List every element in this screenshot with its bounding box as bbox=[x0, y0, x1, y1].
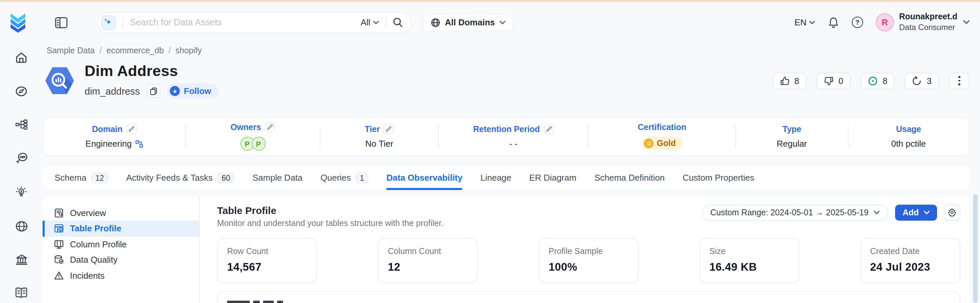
meta-certification: Certification Gold bbox=[589, 118, 735, 155]
edit-retention-button[interactable] bbox=[544, 124, 554, 134]
user-name: Rounakpreet.d bbox=[899, 12, 957, 22]
chevron-down-icon bbox=[500, 20, 506, 24]
breadcrumb-item[interactable]: shopify bbox=[175, 46, 202, 55]
data-quality-icon bbox=[54, 255, 64, 265]
table-profile-main: Table Profile Monitor and understand you… bbox=[200, 196, 969, 303]
metadata-panel: Domain Engineering Owners P P bbox=[43, 117, 969, 156]
app-logo[interactable] bbox=[10, 12, 27, 32]
section-title: Table Profile bbox=[217, 204, 444, 216]
meta-domain-value[interactable]: Engineering bbox=[86, 139, 143, 149]
meta-domain: Domain Engineering bbox=[43, 118, 185, 155]
owner-avatars: P P bbox=[240, 137, 266, 151]
sidebar-toggle-icon[interactable] bbox=[55, 16, 68, 29]
overview-icon bbox=[54, 208, 64, 218]
lineage-flow-icon[interactable] bbox=[15, 119, 28, 130]
sidebar-item-column-profile[interactable]: Column Profile bbox=[43, 236, 199, 252]
tab-queries[interactable]: Queries 1 bbox=[321, 166, 369, 190]
sidebar-item-incidents[interactable]: Incidents bbox=[43, 268, 199, 283]
bigquery-table-icon bbox=[44, 66, 75, 95]
tab-schema-definition[interactable]: Schema Definition bbox=[594, 166, 665, 190]
star-icon: ★ bbox=[170, 86, 180, 96]
tab-data-observability[interactable]: Data Observability bbox=[386, 166, 462, 190]
chevron-down-icon bbox=[923, 211, 929, 214]
tab-schema[interactable]: Schema 12 bbox=[55, 166, 108, 190]
upvote-button[interactable]: 8 bbox=[773, 72, 807, 89]
medal-icon bbox=[644, 139, 654, 148]
globe-icon bbox=[431, 18, 440, 27]
chevron-down-icon bbox=[373, 20, 379, 24]
insights-bulb-icon[interactable] bbox=[15, 186, 28, 198]
meta-usage: Usage 0th pctile bbox=[848, 118, 969, 155]
downvote-button[interactable]: 0 bbox=[816, 72, 851, 89]
domains-dropdown[interactable]: All Domains bbox=[423, 14, 514, 31]
card-size: Size 16.49 KB bbox=[699, 238, 799, 283]
header-right-group: EN ? R Rounakpreet.d Data Consumer bbox=[794, 12, 969, 32]
add-button[interactable]: Add bbox=[895, 204, 937, 220]
versions-button[interactable]: 3 bbox=[905, 72, 939, 89]
tab-activity-feeds[interactable]: Activity Feeds & Tasks 60 bbox=[126, 166, 234, 190]
card-created-date: Created Date 24 Jul 2023 bbox=[860, 238, 960, 283]
tab-er-diagram[interactable]: ER Diagram bbox=[529, 166, 576, 190]
clipped-heading bbox=[227, 300, 950, 303]
breadcrumb-item[interactable]: ecommerce_db bbox=[107, 46, 164, 55]
tab-custom-properties[interactable]: Custom Properties bbox=[682, 166, 754, 190]
app-nav-rail bbox=[0, 43, 43, 298]
date-range-dropdown[interactable]: Custom Range: 2024-05-01 → 2025-05-19 bbox=[702, 204, 888, 220]
chevron-down-icon bbox=[809, 20, 815, 24]
open-tasks-button[interactable]: 8 bbox=[861, 72, 894, 89]
glossary-book-icon[interactable] bbox=[15, 287, 28, 298]
profiler-sidebar: Overview Table Profile bbox=[43, 196, 200, 303]
edit-owners-button[interactable] bbox=[265, 122, 275, 132]
search-input[interactable]: Search for Data Assets bbox=[130, 18, 361, 27]
edit-tier-button[interactable] bbox=[384, 124, 394, 134]
sidebar-item-table-profile[interactable]: Table Profile bbox=[43, 221, 199, 236]
user-avatar[interactable]: R bbox=[876, 13, 894, 31]
copy-name-button[interactable] bbox=[146, 84, 161, 98]
task-open-icon bbox=[868, 76, 878, 86]
tab-sample-data[interactable]: Sample Data bbox=[252, 166, 302, 190]
version-history-icon bbox=[912, 76, 922, 86]
user-menu[interactable]: R Rounakpreet.d Data Consumer bbox=[876, 12, 969, 32]
card-column-count: Column Count 12 bbox=[378, 238, 478, 283]
settings-gear-button[interactable] bbox=[943, 204, 960, 220]
help-icon[interactable]: ? bbox=[852, 17, 863, 28]
page-title: Dim Address bbox=[84, 63, 218, 80]
incidents-warning-icon bbox=[54, 271, 64, 281]
owner-avatar[interactable]: P bbox=[251, 137, 266, 151]
entity-actions: 8 0 8 3 bbox=[773, 72, 969, 89]
meta-type: Type Regular bbox=[736, 118, 848, 155]
govern-bank-icon[interactable] bbox=[15, 254, 28, 265]
follow-button[interactable]: ★ Follow bbox=[167, 83, 218, 99]
profile-summary-cards: Row Count 14,567 Column Count 12 Profile… bbox=[217, 238, 960, 283]
language-dropdown[interactable]: EN bbox=[794, 18, 815, 27]
breadcrumb-item[interactable]: Sample Data bbox=[47, 46, 95, 55]
search-scope-dropdown[interactable]: All bbox=[361, 18, 379, 27]
sidebar-item-overview[interactable]: Overview bbox=[43, 205, 199, 221]
certification-badge: Gold bbox=[642, 137, 682, 150]
vertical-scrollbar[interactable] bbox=[973, 194, 977, 303]
domains-globe-icon[interactable] bbox=[15, 220, 28, 232]
tab-lineage[interactable]: Lineage bbox=[480, 166, 511, 190]
explore-compass-icon[interactable] bbox=[15, 85, 27, 97]
chevron-down-icon bbox=[963, 20, 969, 25]
section-subtitle: Monitor and understand your tables struc… bbox=[217, 218, 444, 228]
observability-icon[interactable] bbox=[15, 152, 28, 164]
thumbs-down-icon bbox=[824, 76, 834, 86]
sidebar-item-data-quality[interactable]: Data Quality bbox=[43, 252, 199, 268]
edit-domain-button[interactable] bbox=[127, 124, 137, 134]
search-icon[interactable] bbox=[393, 18, 403, 27]
app-root: ✦ ✦ Search for Data Assets All All Domai… bbox=[0, 0, 980, 303]
thumbs-up-icon bbox=[780, 76, 790, 86]
observability-content: Overview Table Profile bbox=[43, 196, 969, 303]
more-actions-button[interactable] bbox=[949, 72, 969, 89]
notifications-bell-icon[interactable] bbox=[828, 16, 839, 28]
ai-sparkle-icon[interactable]: ✦ ✦ bbox=[101, 15, 116, 30]
domain-link-icon bbox=[135, 140, 143, 148]
entity-tabs: Schema 12 Activity Feeds & Tasks 60 Samp… bbox=[43, 166, 969, 190]
search-bar[interactable]: ✦ ✦ Search for Data Assets All bbox=[97, 12, 412, 33]
meta-retention: Retention Period - - bbox=[439, 118, 588, 155]
column-profile-icon bbox=[54, 239, 64, 249]
home-icon[interactable] bbox=[15, 52, 27, 63]
top-navbar: ✦ ✦ Search for Data Assets All All Domai… bbox=[0, 2, 980, 43]
meta-owners: Owners P P bbox=[186, 118, 320, 155]
